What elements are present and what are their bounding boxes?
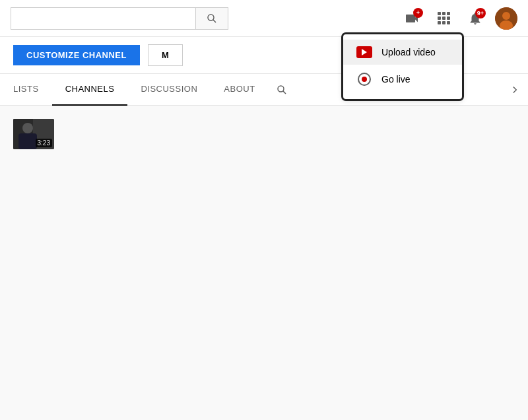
header: + 9+ [0,0,528,37]
main-content: 3:23 [0,106,528,420]
header-right: + 9+ [400,7,517,30]
search-input[interactable] [11,7,195,30]
manage-button[interactable]: M [148,44,183,66]
svg-point-5 [278,86,284,92]
grid-icon [438,12,450,24]
svg-line-1 [213,19,216,22]
svg-point-3 [502,12,510,20]
notifications-button[interactable]: 9+ [463,7,487,30]
search-button[interactable] [195,7,228,30]
golive-dot [362,77,367,82]
play-arrow-icon [362,49,367,55]
tab-search-button[interactable] [269,74,295,106]
tab-discussion[interactable]: DISCUSSION [127,74,211,106]
search-icon [206,13,218,24]
search-area [11,7,228,30]
upload-dropdown: Upload video Go live [343,34,462,99]
customize-channel-button[interactable]: CUSTOMIZE CHANNEL [13,45,140,65]
tab-about[interactable]: ABOUT [211,74,268,106]
create-button[interactable]: + [400,7,424,30]
svg-point-9 [22,123,33,133]
go-live-label: Go live [381,74,411,85]
go-live-item[interactable]: Go live [343,65,462,94]
tab-channels[interactable]: CHANNELS [52,74,128,106]
upload-video-item[interactable]: Upload video [343,40,462,65]
video-thumbnail[interactable]: 3:23 [13,119,54,149]
avatar[interactable] [495,7,517,30]
svg-point-0 [208,15,214,20]
svg-rect-11 [18,133,37,149]
nav-chevron-button[interactable] [502,74,528,106]
apps-button[interactable] [432,7,455,30]
create-badge: + [413,8,423,18]
notification-count: 9+ [475,8,486,18]
svg-line-6 [283,90,286,93]
go-live-icon [356,71,372,87]
avatar-image [495,7,517,30]
upload-video-icon [356,46,372,58]
tab-lists[interactable]: LISTS [0,74,52,106]
chevron-right-icon [509,84,521,96]
tab-search-icon [276,84,288,96]
video-duration: 3:23 [36,139,52,147]
golive-circle [358,73,371,86]
upload-video-label: Upload video [381,47,436,57]
